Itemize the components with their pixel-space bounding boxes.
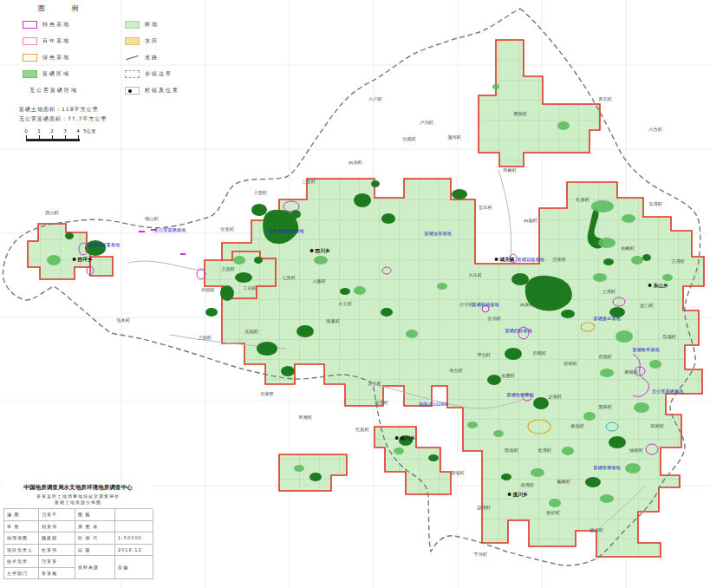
- scale-bar-line: [26, 139, 80, 141]
- legend-swatch-fill-green: [23, 70, 37, 78]
- village-label: 坪台村: [477, 352, 491, 358]
- village-label: 六合村: [648, 127, 662, 133]
- title-block-cell: 图 幅: [75, 509, 115, 521]
- village-label: 上固村: [198, 335, 212, 341]
- village-label: 石嘴村: [532, 350, 546, 356]
- village-label: 双树村: [503, 167, 517, 173]
- village-label: 草滩村: [298, 415, 312, 421]
- title-block-cell: 1:50000: [115, 532, 153, 545]
- village-label: 青石村: [598, 96, 612, 102]
- organization-name: 中国地质调查局水文地质环境地质调查中心: [3, 484, 153, 492]
- title-block-cell: 项目负责人: [4, 545, 39, 557]
- title-block-cell: 自编: [115, 556, 153, 579]
- village-label: 榆树村: [557, 479, 570, 485]
- scale-tick-label: 3: [63, 128, 67, 134]
- village-label: 马场村: [662, 334, 676, 340]
- village-label: 西山村: [45, 210, 59, 216]
- village-label: 上营村: [253, 190, 267, 196]
- legend-label: 耕地: [145, 21, 159, 29]
- legend-label: 无公害富硒区域: [29, 87, 78, 95]
- village-label: 太子村: [368, 381, 381, 387]
- village-label: 水磨村: [501, 373, 515, 379]
- scale-tick: [65, 135, 66, 140]
- village-label: 杨河村: [589, 527, 603, 533]
- village-label: 龙门村: [640, 303, 654, 309]
- town-label: 西川乡: [315, 248, 330, 254]
- village-label: 韩家村: [650, 423, 664, 429]
- village-label: 东固村: [244, 329, 258, 335]
- title-block-cell: 比 例 尺: [75, 532, 115, 545]
- village-label: 下河村: [473, 552, 487, 558]
- title-block-cell: 李某梅: [39, 568, 75, 580]
- town-label: 流川乡: [512, 492, 528, 498]
- selenium-land-map-page: 六户村卢沟村蒲河村樊家村白庙村三官村上营村甘泉村独山村西山村塔木村上固村东固村大…: [0, 0, 710, 588]
- town-marker-dot: [648, 284, 652, 287]
- legend-item-left-4: 无公害富硒区域: [23, 82, 125, 99]
- title-block-cell: [115, 509, 153, 521]
- base-annotation-label: 富硒油菜基地: [424, 231, 452, 237]
- village-label: 州固村: [201, 287, 215, 293]
- base-annotation-label: 无公害富硒基地: [652, 389, 684, 395]
- legend-item-right-0: 耕地: [125, 16, 179, 33]
- legend-swatch-dashed-rect: [125, 70, 140, 78]
- survey-block-north: [479, 40, 600, 167]
- village-label: 甘泉村: [220, 226, 234, 232]
- village-label: 三官村: [302, 179, 316, 185]
- village-label: 小寨村: [312, 278, 326, 284]
- village-label: 杏园村: [598, 354, 612, 360]
- legend-label: 绿色基地: [42, 54, 70, 62]
- scale-bar-unit: 5公里: [83, 128, 96, 134]
- base-annotation-label: 富硒马铃薯基地: [88, 242, 121, 248]
- town-label: 东山乡: [654, 283, 668, 289]
- village-label: 官亭村: [375, 400, 388, 406]
- village-label: 樊家村: [513, 111, 527, 117]
- legend-column-right: 耕地水田道路乡镇边界村镇及位置: [125, 16, 179, 99]
- village-label: 甘沟村: [487, 316, 501, 322]
- map-subtitle-1: 某某县区土地质量地球化学调查评价: [3, 493, 153, 500]
- stat-pollution-free-area: 无公害富硒面积：77.7平方公里: [19, 114, 107, 123]
- town-label: 城关镇: [499, 257, 515, 263]
- title-block-cell: 接 图 表: [75, 521, 115, 533]
- scale-tick: [78, 135, 79, 140]
- village-label: 汪家村: [552, 257, 566, 263]
- base-annotation-label: 无公害富硒基地: [154, 227, 186, 233]
- legend-swatch-outline-magenta: [23, 21, 37, 29]
- village-label: 麻池村: [570, 423, 584, 429]
- village-label: 白崖村: [520, 302, 534, 308]
- title-block-cell: 杜某伟: [39, 545, 75, 557]
- scale-tick: [52, 135, 53, 140]
- legend-item-right-1: 水田: [125, 33, 179, 49]
- village-label: 寺台村: [449, 368, 463, 374]
- legend-label: 水田: [145, 37, 159, 45]
- legend-swatch-road-line: [125, 54, 140, 62]
- legend-column-left: 特色基地百年基地绿色基地富硒区域无公害富硒区域: [23, 16, 125, 99]
- legend-swatch-fill-tan: [125, 37, 140, 45]
- legend-item-right-3: 乡镇边界: [125, 66, 179, 82]
- legend-title: 图 例: [38, 3, 222, 13]
- legend-item-left-2: 绿色基地: [23, 49, 125, 66]
- village-label: 铁炉村: [546, 510, 560, 516]
- village-label: 六户村: [368, 96, 382, 102]
- village-label: 大王村: [338, 301, 352, 307]
- town-marker-dot: [495, 258, 498, 261]
- village-label: 柏树村: [620, 245, 635, 252]
- title-block-cell: 日 期: [75, 545, 115, 557]
- base-annotation-label: 富硒杂粮基地: [506, 392, 534, 398]
- title-block-cell: 乃某某: [39, 556, 75, 568]
- village-label: 白庙村: [348, 160, 362, 166]
- town-marker-dot: [395, 436, 399, 440]
- legend-item-left-3: 富硒区域: [23, 66, 125, 82]
- title-block-cell: 万某平: [39, 509, 75, 521]
- village-label: 卢沟村: [420, 120, 433, 126]
- village-label: 南寨村: [326, 318, 340, 324]
- village-label: 甘露村: [402, 136, 416, 142]
- title-block: 中国地质调查局水文地质环境地质调查中心 某某县区土地质量地球化学调查评价 富硒土…: [3, 484, 153, 579]
- village-label: 松林村: [563, 361, 577, 367]
- base-annotation-label: 绿色富硒示范基地: [268, 228, 304, 234]
- legend-swatch-fill-light: [125, 21, 140, 29]
- legend-item-right-2: 道路: [125, 49, 179, 66]
- base-annotation-label: 富硒药材基地: [505, 328, 532, 334]
- village-label: 红崖村: [576, 197, 589, 203]
- town-marker-dot: [73, 258, 76, 261]
- area-statistics: 富硒土地面积：118平方公里 无公害富硒面积：77.7平方公里: [19, 104, 107, 123]
